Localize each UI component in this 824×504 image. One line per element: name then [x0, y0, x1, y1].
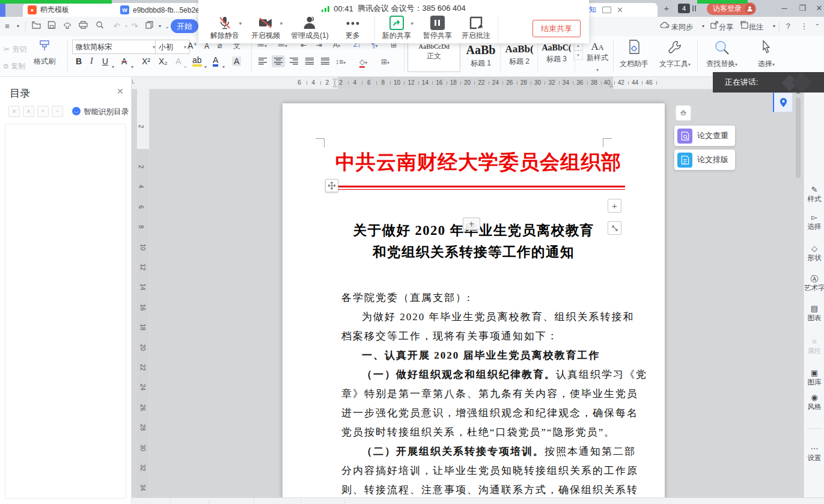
- panel-item-图库[interactable]: ▣图库: [804, 368, 824, 387]
- paper-layout-button[interactable]: 论文排版: [674, 150, 735, 170]
- panel-item-风格[interactable]: ◉风格: [804, 393, 824, 411]
- font-color-caret[interactable]: ▾: [222, 60, 225, 71]
- scrollbar-thumb[interactable]: [796, 97, 801, 178]
- select-button[interactable]: 选择▾: [745, 38, 787, 69]
- wps-home-button[interactable]: [0, 3, 5, 17]
- bold-button[interactable]: B: [76, 56, 82, 66]
- annotate-button[interactable]: 开启批注: [460, 16, 492, 41]
- camera-caret-icon[interactable]: ▼: [279, 21, 284, 26]
- subscript-button[interactable]: X₂: [159, 56, 168, 66]
- smart-toc-label[interactable]: 智能识别目录: [84, 107, 129, 117]
- sync-caret-icon[interactable]: ▾: [697, 21, 709, 32]
- panel-item-设置[interactable]: ⋯设置: [804, 444, 824, 463]
- zoom-plus-button[interactable]: +: [608, 199, 621, 213]
- gallery-down-icon[interactable]: ▾: [573, 50, 583, 60]
- help-icon[interactable]: ?: [786, 22, 790, 31]
- new-tab-button[interactable]: +: [660, 2, 673, 14]
- strikethrough-button[interactable]: A: [121, 56, 127, 66]
- italic-button[interactable]: I: [90, 56, 93, 66]
- toc-close-icon[interactable]: ✕: [117, 87, 124, 96]
- tab-docer[interactable]: ● 稻壳模板: [23, 3, 123, 17]
- style-item-标题 1[interactable]: AaBb标题 1: [462, 38, 501, 72]
- collapse-tools-button[interactable]: [676, 105, 691, 121]
- toc-collapse-up-button[interactable]: ∧: [23, 106, 34, 117]
- copy-page-icon[interactable]: [143, 21, 155, 32]
- toc-content-area[interactable]: [5, 124, 126, 499]
- panel-item-形状[interactable]: ◇形状: [804, 244, 824, 263]
- format-painter-button[interactable]: 格式刷: [31, 40, 58, 67]
- change-case-button[interactable]: A: [175, 56, 181, 66]
- panel-item-选择[interactable]: ▻选择: [804, 213, 824, 231]
- paper-check-button[interactable]: 论文查重: [674, 126, 735, 146]
- save-icon[interactable]: [46, 21, 58, 32]
- comment-label[interactable]: 批注: [749, 22, 763, 32]
- print-preview-icon[interactable]: [94, 21, 106, 32]
- cut-button[interactable]: ✂ 剪切: [4, 43, 27, 55]
- panel-item-样式[interactable]: ✎样式: [804, 185, 824, 204]
- text-tools-button[interactable]: 文字工具▾: [654, 38, 696, 69]
- open-file-icon[interactable]: [30, 21, 42, 32]
- restore-button[interactable]: ❐: [796, 2, 809, 14]
- font-color-button[interactable]: A: [213, 56, 218, 67]
- line-spacing-icon[interactable]: ↕≡▾: [335, 58, 346, 66]
- new-share-button[interactable]: 新的共享 ▼: [381, 16, 412, 41]
- case-caret[interactable]: ▾: [184, 60, 186, 71]
- grow-font-button[interactable]: A⁺: [188, 41, 198, 50]
- comment-icon[interactable]: [738, 21, 750, 32]
- camera-button[interactable]: 开启视频 ▼: [250, 16, 281, 41]
- guest-login-button[interactable]: 访客登录: [707, 2, 756, 15]
- title-plus-button[interactable]: +: [463, 217, 480, 230]
- minimize-button[interactable]: ─: [778, 2, 791, 14]
- underline-button[interactable]: U: [102, 56, 108, 66]
- share-doc-label[interactable]: 分享: [719, 22, 733, 32]
- pause-share-button[interactable]: 暂停共享: [422, 16, 453, 41]
- shading-icon[interactable]: ◇▾: [359, 58, 367, 66]
- resize-handle[interactable]: [608, 221, 621, 235]
- borders-icon[interactable]: ⊞▾: [381, 58, 389, 66]
- align-left-button[interactable]: [256, 55, 269, 67]
- close-button[interactable]: ✕: [813, 2, 824, 14]
- panel-item-图表[interactable]: ▤图表: [804, 304, 824, 323]
- comment-caret-icon[interactable]: ▾: [768, 21, 780, 32]
- doc-assistant-button[interactable]: 文档助手: [613, 38, 655, 69]
- char-shading-button[interactable]: A: [232, 56, 241, 66]
- highlight-button[interactable]: ab: [192, 56, 202, 67]
- more-menu-icon[interactable]: ⋮: [798, 21, 810, 32]
- menu-icon[interactable]: ≡: [1, 21, 13, 32]
- shrink-font-button[interactable]: A: [204, 42, 209, 50]
- unmute-button[interactable]: 解除静音 ▼: [209, 16, 240, 41]
- align-center-button[interactable]: [272, 55, 285, 67]
- manage-members-button[interactable]: 管理成员(1): [291, 16, 329, 41]
- toc-expand-down-button[interactable]: ∨: [8, 106, 20, 117]
- toc-plus-button[interactable]: +: [37, 106, 49, 117]
- menu-caret-icon[interactable]: ▾: [12, 21, 24, 32]
- toc-minus-button[interactable]: −: [52, 106, 63, 117]
- find-replace-button[interactable]: 查找替换▾: [701, 38, 743, 69]
- panel-item-艺术字[interactable]: Ⓐ艺术字: [804, 274, 824, 293]
- new-style-button[interactable]: AA 新样式▾: [584, 41, 611, 74]
- v-scrollbar[interactable]: [795, 89, 802, 497]
- doc-body[interactable]: 各学院党委（直属支部）:为做好 2020 年毕业生党员离校教育、组织关系转接和档…: [341, 288, 609, 497]
- font-name-select[interactable]: 微软简标宋▾: [72, 40, 159, 54]
- share-doc-icon[interactable]: [708, 21, 720, 32]
- underline-caret[interactable]: ▾: [112, 60, 114, 71]
- output-icon[interactable]: [61, 21, 73, 32]
- document-page[interactable]: 中共云南财经大学委员会组织部 关于做好 2020 年毕业生党员离校教育 和党组织…: [282, 103, 665, 497]
- collapse-ribbon-icon[interactable]: ⌃: [811, 21, 823, 32]
- location-pin-button[interactable]: [773, 93, 793, 112]
- style-item-标题 3[interactable]: AaBbC(标题 3: [539, 38, 575, 72]
- more-button[interactable]: 更多: [337, 16, 368, 41]
- tab-count-badge[interactable]: 4: [678, 4, 690, 13]
- print-icon[interactable]: [77, 21, 89, 32]
- style-item-标题 2[interactable]: AaBb(标题 2: [501, 38, 538, 72]
- close-tab-icon[interactable]: ✕: [617, 5, 623, 14]
- redo-icon[interactable]: ↷: [129, 21, 141, 32]
- sync-status-label[interactable]: 未同步: [671, 22, 693, 32]
- font-size-select[interactable]: 小初▾: [155, 40, 190, 54]
- share-caret-icon[interactable]: ▼: [410, 21, 415, 26]
- cloud-sync-icon[interactable]: [659, 21, 671, 32]
- copy-button[interactable]: ⧉ 复制: [4, 60, 25, 71]
- justify-button[interactable]: [303, 55, 316, 67]
- distribute-button[interactable]: [319, 55, 332, 67]
- ribbon-tab-start[interactable]: 开始: [171, 19, 198, 33]
